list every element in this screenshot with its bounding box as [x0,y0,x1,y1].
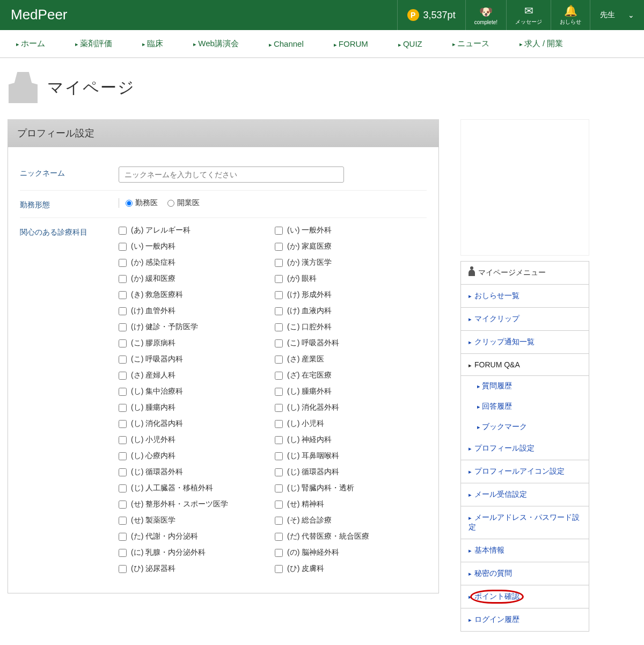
specialty-checkbox-input[interactable] [119,501,127,509]
specialty-checkbox[interactable]: (だ) 代替医療・統合医療 [275,532,427,541]
specialty-checkbox-input[interactable] [119,517,127,525]
nav-item-6[interactable]: QUIZ [398,39,422,48]
sidebar-item[interactable]: FORUM Q&A [461,354,589,376]
specialty-checkbox[interactable]: (し) 集中治療科 [119,387,270,396]
logo[interactable]: MedPeer [0,0,397,30]
specialty-checkbox[interactable]: (し) 神経内科 [275,435,427,445]
specialty-checkbox[interactable]: (し) 心療内科 [119,451,270,461]
specialty-checkbox[interactable]: (の) 脳神経外科 [275,548,427,557]
specialty-checkbox[interactable]: (け) 血管外科 [119,306,270,316]
specialty-checkbox[interactable]: (こ) 呼吸器内科 [119,354,270,364]
specialty-checkbox-input[interactable] [275,404,283,412]
specialty-checkbox[interactable]: (こ) 口腔外科 [275,322,427,332]
specialty-checkbox-input[interactable] [275,533,283,541]
specialty-checkbox-input[interactable] [275,517,283,525]
nav-item-4[interactable]: Channel [269,39,304,48]
points-display[interactable]: P 3,537pt [397,0,465,30]
specialty-checkbox-input[interactable] [275,356,283,364]
specialty-checkbox[interactable]: (き) 救急医療科 [119,290,270,300]
notice-button[interactable]: 🔔 おしらせ [551,0,590,30]
specialty-checkbox-input[interactable] [275,501,283,509]
specialty-checkbox-input[interactable] [275,259,283,267]
specialty-checkbox[interactable]: (そ) 総合診療 [275,516,427,525]
specialty-checkbox-input[interactable] [119,549,127,557]
specialty-checkbox[interactable]: (じ) 人工臓器・移植外科 [119,483,270,493]
specialty-checkbox[interactable]: (し) 小児科 [275,419,427,429]
nickname-input[interactable] [119,166,344,183]
specialty-checkbox[interactable]: (ひ) 皮膚科 [275,564,427,574]
nav-item-8[interactable]: 求人 / 開業 [519,39,564,49]
sidebar-item[interactable]: おしらせ一覧 [461,285,589,308]
nav-item-7[interactable]: ニュース [452,39,489,49]
specialty-checkbox[interactable]: (か) 緩和医療 [119,274,270,284]
specialty-checkbox-input[interactable] [119,468,127,476]
sidebar-item[interactable]: 基本情報 [461,539,589,562]
specialty-checkbox-input[interactable] [119,227,127,235]
specialty-checkbox[interactable]: (し) 腫瘍内科 [119,403,270,412]
specialty-checkbox-input[interactable] [275,243,283,251]
specialty-checkbox[interactable]: (し) 消化器外科 [275,403,427,412]
specialty-checkbox-input[interactable] [119,565,127,573]
specialty-checkbox-input[interactable] [275,388,283,396]
specialty-checkbox-input[interactable] [119,420,127,428]
specialty-checkbox-input[interactable] [275,275,283,283]
specialty-checkbox[interactable]: (あ) アレルギー科 [119,226,270,235]
specialty-checkbox-input[interactable] [275,549,283,557]
nav-item-0[interactable]: ホーム [16,39,45,49]
specialty-checkbox[interactable]: (せ) 製薬医学 [119,516,270,525]
specialty-checkbox[interactable]: (さ) 産業医 [275,354,427,364]
specialty-checkbox-input[interactable] [119,323,127,331]
specialty-checkbox-input[interactable] [119,388,127,396]
specialty-checkbox-input[interactable] [275,291,283,299]
specialty-checkbox[interactable]: (か) 漢方医学 [275,258,427,267]
specialty-checkbox-input[interactable] [119,356,127,364]
message-button[interactable]: ✉ メッセージ [506,0,551,30]
nav-item-3[interactable]: Web講演会 [193,39,239,49]
specialty-checkbox[interactable]: (さ) 産婦人科 [119,371,270,380]
specialty-checkbox[interactable]: (が) 眼科 [275,274,427,284]
specialty-checkbox-input[interactable] [119,339,127,347]
specialty-checkbox[interactable]: (い) 一般外科 [275,226,427,235]
specialty-checkbox-input[interactable] [275,307,283,315]
specialty-checkbox-input[interactable] [119,243,127,251]
specialty-checkbox-input[interactable] [275,227,283,235]
nav-item-2[interactable]: 臨床 [142,39,163,49]
specialty-checkbox[interactable]: (い) 一般内科 [119,242,270,251]
radio-employed-input[interactable] [126,200,133,207]
specialty-checkbox-input[interactable] [119,484,127,492]
specialty-checkbox[interactable]: (じ) 腎臓内科・透析 [275,483,427,493]
specialty-checkbox[interactable]: (じ) 耳鼻咽喉科 [275,451,427,461]
sidebar-item[interactable]: メール受信設定 [461,483,589,506]
specialty-checkbox-input[interactable] [119,259,127,267]
specialty-checkbox[interactable]: (か) 家庭医療 [275,242,427,251]
user-menu[interactable]: 先生 ⌄ [590,0,644,30]
specialty-checkbox[interactable]: (け) 健診・予防医学 [119,322,270,332]
specialty-checkbox-input[interactable] [275,372,283,380]
specialty-checkbox-input[interactable] [275,484,283,492]
specialty-checkbox-input[interactable] [119,275,127,283]
sidebar-item[interactable]: マイクリップ [461,308,589,331]
specialty-checkbox-input[interactable] [275,436,283,444]
specialty-checkbox-input[interactable] [119,291,127,299]
specialty-checkbox-input[interactable] [119,533,127,541]
specialty-checkbox[interactable]: (し) 消化器内科 [119,419,270,429]
nav-item-5[interactable]: FORUM [334,39,368,48]
specialty-checkbox[interactable]: (か) 感染症科 [119,258,270,267]
specialty-checkbox-input[interactable] [119,307,127,315]
sidebar-subitem[interactable]: 回答履歴 [461,396,589,417]
specialty-checkbox-input[interactable] [275,565,283,573]
specialty-checkbox[interactable]: (に) 乳腺・内分泌外科 [119,548,270,557]
complete-button[interactable]: 🐶 complete! [465,0,506,30]
specialty-checkbox[interactable]: (こ) 呼吸器外科 [275,338,427,348]
specialty-checkbox[interactable]: (せ) 精神科 [275,499,427,509]
specialty-checkbox[interactable]: (じ) 循環器内科 [275,467,427,477]
specialty-checkbox-input[interactable] [275,468,283,476]
sidebar-item[interactable]: ポイント確認 [461,585,589,608]
sidebar-item[interactable]: ログイン履歴 [461,608,589,631]
specialty-checkbox[interactable]: (ざ) 在宅医療 [275,371,427,380]
sidebar-item[interactable]: メールアドレス・パスワード設定 [461,506,589,539]
specialty-checkbox-input[interactable] [119,372,127,380]
specialty-checkbox[interactable]: (け) 形成外科 [275,290,427,300]
specialty-checkbox-input[interactable] [119,404,127,412]
radio-private[interactable]: 開業医 [167,198,200,208]
